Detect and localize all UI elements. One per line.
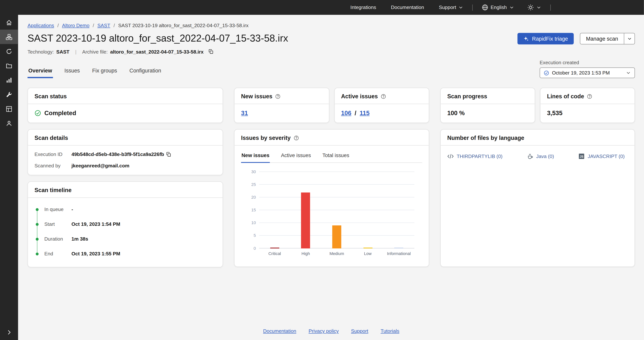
severity-bar-medium[interactable] (332, 225, 341, 248)
language-item-java-0[interactable]: Java (0) (527, 153, 554, 159)
severity-bar-critical[interactable] (270, 248, 279, 248)
scan-details-rows: Execution ID49b548cd-d5eb-438e-b3f9-5f1c… (28, 146, 222, 175)
footer-link-privacy-policy[interactable]: Privacy policy (309, 328, 339, 334)
chevron-right-icon (6, 329, 12, 336)
active-issues-total-link[interactable]: 115 (360, 109, 370, 116)
severity-bar-high[interactable] (301, 192, 310, 248)
timeline-label: In queue (44, 207, 72, 212)
severity-bar-low[interactable] (363, 248, 372, 248)
severity-body: New issuesActive issuesTotal issues 0510… (234, 149, 429, 263)
sidebar-item-reports[interactable] (0, 73, 18, 87)
language-menu[interactable]: English (482, 4, 514, 11)
timeline-label: Start (44, 221, 72, 227)
manage-scan-dropdown[interactable] (624, 33, 634, 44)
column-left: Scan status Completed Scan details Execu… (28, 88, 223, 267)
breadcrumb-item-sast[interactable]: SAST (98, 23, 110, 29)
manage-scan-label[interactable]: Manage scan (580, 33, 624, 44)
detail-label: Execution ID (34, 151, 72, 157)
timeline-value: Oct 19, 2023 1:55 PM (72, 251, 120, 257)
severity-tab-new-issues[interactable]: New issues (241, 149, 270, 163)
severity-tab-active-issues[interactable]: Active issues (280, 149, 312, 163)
card-title: New issues (241, 93, 272, 99)
severity-bar-informational[interactable] (394, 248, 403, 248)
new-issues-link[interactable]: 31 (241, 109, 248, 116)
help-icon[interactable] (275, 94, 281, 99)
timeline-dot-icon (36, 223, 38, 226)
topbar: IntegrationsDocumentationSupport English (0, 0, 644, 15)
card-header: Scan progress (440, 88, 535, 104)
footer-link-support[interactable]: Support (351, 328, 368, 334)
help-icon[interactable] (381, 94, 386, 99)
topbar-link-integrations[interactable]: Integrations (350, 5, 376, 10)
completed-check-icon (34, 109, 41, 116)
severity-tab-total-issues[interactable]: Total issues (322, 149, 350, 163)
execution-created-select[interactable]: October 19, 2023 1:53 PM (540, 67, 635, 78)
execution-created-label: Execution created (540, 60, 635, 66)
breadcrumb-separator: / (58, 23, 59, 29)
topbar-divider (472, 4, 472, 11)
help-icon[interactable] (587, 94, 592, 99)
breadcrumb-item-applications[interactable]: Applications (28, 23, 54, 29)
card-header: Issues by severity (234, 129, 429, 146)
javascript-icon: JS (578, 153, 585, 159)
footer-link-tutorials[interactable]: Tutorials (380, 328, 399, 334)
scan-meta: Technology: SAST | Archive file: altoro_… (28, 49, 635, 55)
sidebar-nav (0, 15, 18, 130)
copy-execution-id-button[interactable] (166, 151, 172, 157)
title-row: SAST 2023-10-19 altoro_for_sast_2022-04-… (28, 32, 635, 44)
language-label: Java (0) (536, 153, 554, 159)
help-icon[interactable] (294, 135, 299, 141)
tab-configuration[interactable]: Configuration (128, 65, 162, 78)
active-issues-new-link[interactable]: 106 (341, 109, 352, 116)
copy-archive-button[interactable] (208, 49, 214, 55)
technology-label: Technology: (28, 49, 54, 55)
sidebar-item-home[interactable] (0, 15, 18, 30)
lines-of-code-value: 3,535 (547, 109, 562, 116)
rapidfix-triage-button[interactable]: RapidFix triage (517, 33, 574, 45)
technology-value: SAST (56, 49, 69, 55)
language-item-thirdpartylib-0[interactable]: THIRDPARTYLIB (0) (447, 153, 502, 159)
language-label: English (491, 5, 507, 10)
theme-menu[interactable] (527, 4, 541, 11)
sidebar-item-users[interactable] (0, 116, 18, 130)
language-label: THIRDPARTYLIB (0) (457, 153, 502, 159)
sidebar-expand-button[interactable] (0, 326, 18, 338)
footer-link-documentation[interactable]: Documentation (263, 328, 296, 334)
home-icon (6, 19, 12, 26)
topbar-divider (550, 4, 551, 11)
x-tick-label: High (302, 251, 310, 256)
language-label: JAVASCRIPT (0) (588, 153, 625, 159)
tab-overview[interactable]: Overview (28, 65, 53, 78)
archive-file-value: altoro_for_sast_2022-04-07_15-33-58.irx (110, 49, 204, 55)
topbar-link-label: Documentation (391, 5, 424, 10)
active-issues-body: 106 / 115 (334, 104, 429, 123)
tools-icon (6, 91, 12, 98)
detail-label: Scanned by (34, 163, 72, 169)
timeline-label: End (44, 251, 72, 257)
topbar-link-support[interactable]: Support (439, 5, 463, 10)
sidebar-item-projects[interactable] (0, 58, 18, 73)
breadcrumb-item-altoro-demo[interactable]: Altoro Demo (62, 23, 90, 29)
severity-tabs: New issuesActive issuesTotal issues (241, 149, 422, 163)
timeline-row-duration: Duration1m 38s (34, 232, 216, 246)
topbar-link-documentation[interactable]: Documentation (391, 5, 424, 10)
sidebar-item-applications[interactable] (0, 30, 18, 44)
breadcrumb: Applications/Altoro Demo/SAST/SAST 2023-… (28, 23, 635, 29)
chevron-down-icon (536, 5, 541, 10)
x-tick-label: Critical (268, 251, 281, 256)
sidebar-item-components[interactable] (0, 102, 18, 116)
tab-issues[interactable]: Issues (64, 65, 80, 78)
sidebar-item-tools[interactable] (0, 87, 18, 102)
scan-progress-value: 100 % (447, 109, 464, 116)
active-issues-card: Active issues 106 / 115 (334, 88, 429, 123)
card-header: Active issues (334, 88, 429, 104)
lines-of-code-body: 3,535 (540, 104, 634, 123)
sidebar-item-scans[interactable] (0, 44, 18, 58)
column-right: Scan progress 100 % Lines of code 3,535 (440, 88, 635, 267)
y-tick-label: 30 (251, 170, 256, 174)
archive-file-label: Archive file: (82, 49, 108, 55)
language-item-javascript-0[interactable]: JSJAVASCRIPT (0) (578, 153, 624, 159)
breadcrumb-separator: / (114, 23, 115, 29)
scan-progress-body: 100 % (440, 104, 535, 123)
tab-fix-groups[interactable]: Fix groups (92, 65, 118, 78)
